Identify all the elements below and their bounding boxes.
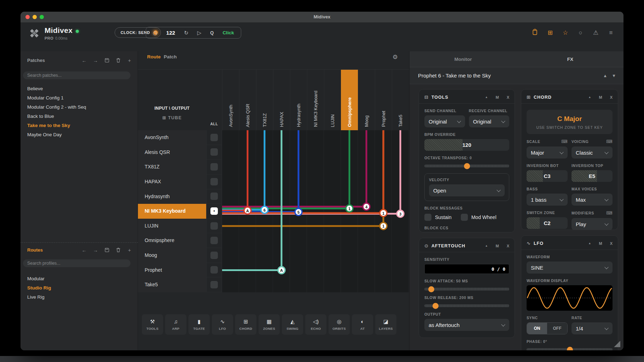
grid-view-icon[interactable]: ⊞ (547, 29, 553, 36)
back-arrow-icon[interactable]: ← (81, 247, 87, 253)
track-prev-icon[interactable]: ▲ (603, 73, 607, 78)
toolbar-button-arp[interactable]: ♫ARP (165, 314, 186, 335)
bass-select[interactable]: 1 bass (527, 194, 568, 206)
panel-close-button[interactable]: X (610, 95, 613, 99)
save-icon[interactable] (104, 58, 110, 63)
forward-arrow-icon[interactable]: → (93, 247, 98, 253)
panel-collapse-button[interactable]: ▲ (485, 244, 488, 247)
matrix-column-moog[interactable]: Moog (358, 70, 375, 131)
slider-thumb[interactable] (433, 303, 439, 309)
matrix-row-hapax[interactable]: HAPAX (138, 174, 206, 189)
slider-thumb[interactable] (567, 347, 573, 351)
matrix-row-omnipsphere[interactable]: Omnipsphere (138, 233, 206, 248)
sustain-checkbox[interactable] (424, 214, 431, 221)
octave-transpose-slider[interactable] (424, 165, 509, 167)
panel-mute-button[interactable]: M (495, 244, 499, 248)
gear-icon[interactable]: ⚙ (393, 53, 398, 61)
toolbar-button-swing[interactable]: ◭SWING (282, 314, 303, 335)
tempo-value[interactable]: 122 (166, 30, 175, 36)
slow-release-slider[interactable] (424, 304, 509, 307)
list-item-back-to-blue[interactable]: Back to Blue (21, 112, 138, 121)
switch-zone-input[interactable]: C2 (527, 217, 568, 229)
matrix-column-take5[interactable]: Take5 (392, 70, 409, 131)
track-next-icon[interactable]: ▼ (612, 73, 616, 78)
matrix-row-moog[interactable]: Moog (138, 248, 206, 263)
panel-close-button[interactable]: X (610, 241, 613, 246)
toolbar-button-tgate[interactable]: ▮TGATE (188, 314, 210, 335)
patches-search-input[interactable] (23, 71, 130, 79)
matrix-row-lujin[interactable]: LUJIN (138, 219, 206, 234)
matrix-row-tx81z[interactable]: TX81Z (138, 160, 206, 174)
panel-collapse-button[interactable]: ▲ (485, 96, 488, 99)
matrix-column-lujin[interactable]: LUJIN (324, 70, 341, 131)
receive-channel-select[interactable]: Original (469, 115, 510, 127)
panel-collapse-button[interactable]: ▲ (588, 96, 591, 99)
aftertouch-output-select[interactable]: as Aftertouch (424, 319, 509, 331)
toolbar-button-zones[interactable]: ▦ZONES (259, 314, 280, 335)
list-item-live-rig[interactable]: Live Rig (21, 293, 138, 302)
trash-icon[interactable] (115, 247, 121, 253)
slider-thumb[interactable] (428, 286, 434, 292)
all-checkbox-omnipsphere[interactable] (210, 237, 218, 244)
click-button[interactable]: Click (222, 30, 234, 35)
matrix-row-take5[interactable]: Take5 (138, 277, 206, 292)
voicing-select[interactable]: Classic (572, 146, 613, 159)
matrix-column-hydrasynth[interactable]: Hydrasynth (290, 70, 307, 131)
all-checkbox-avonsynth[interactable] (210, 134, 218, 141)
matrix-column-avonsynth[interactable]: AvonSynth (222, 70, 239, 131)
toolbar-button-at[interactable]: ◐AT (352, 314, 373, 335)
toolbar-button-lfo[interactable]: ∿LFO (212, 314, 233, 335)
panel-mute-button[interactable]: M (599, 241, 602, 246)
scale-select[interactable]: Major (527, 146, 568, 159)
panel-close-button[interactable]: X (507, 244, 509, 248)
matrix-column-omnipsphere[interactable]: Omnipsphere (341, 70, 358, 131)
panel-close-button[interactable]: X (507, 95, 509, 99)
toolbar-button-orbits[interactable]: ◎ORBITS (329, 314, 350, 335)
back-arrow-icon[interactable]: ← (81, 58, 87, 63)
resize-handle[interactable] (614, 341, 620, 347)
phase-slider[interactable] (527, 348, 613, 350)
all-checkbox-lujin[interactable] (210, 222, 218, 230)
velocity-select[interactable]: Open (429, 184, 505, 196)
toolbar-button-chord[interactable]: ⊞CHORD (235, 314, 256, 335)
modwheel-checkbox[interactable] (461, 214, 468, 221)
all-checkbox-prophet[interactable] (210, 266, 218, 274)
inversion-bot-input[interactable]: C3 (527, 170, 568, 182)
list-item-modular[interactable]: Modular (21, 274, 138, 283)
forward-arrow-icon[interactable]: → (93, 58, 98, 63)
modifiers-select[interactable]: Play (572, 218, 613, 230)
play-icon[interactable]: ▷ (197, 30, 202, 36)
toolbar-button-tools[interactable]: ⚒TOOLS (142, 314, 163, 335)
keyboard-icon[interactable]: ⌨ (606, 139, 613, 144)
list-item-modular-config-1[interactable]: Modular Config 1 (21, 93, 138, 103)
list-item-modular-config-2-with-seq[interactable]: Modular Config 2 - with Seq (21, 103, 138, 112)
list-item-maybe-one-day[interactable]: Maybe One Day (21, 130, 138, 139)
matrix-column-tx81z[interactable]: TX81Z (256, 70, 273, 131)
keyboard-icon[interactable]: ⌨ (606, 211, 613, 216)
panel-mute-button[interactable]: M (495, 95, 499, 99)
waveform-select[interactable]: SINE (527, 262, 613, 274)
tube-mode-label[interactable]: ⊞ TUBE (138, 115, 206, 120)
list-item-believe[interactable]: Believe (21, 84, 138, 93)
save-icon[interactable] (104, 247, 110, 253)
sync-on-button[interactable]: ON (527, 323, 547, 334)
all-checkbox-ni-mk3-keyboard[interactable]: • (210, 207, 218, 215)
list-item-studio-rig[interactable]: Studio Rig (21, 283, 138, 293)
keyboard-icon[interactable]: ⌨ (561, 139, 568, 144)
menu-icon[interactable]: ≡ (608, 29, 614, 36)
tab-patch[interactable]: Patch (164, 54, 177, 59)
slider-thumb[interactable] (464, 163, 470, 169)
tab-route[interactable]: Route (147, 54, 161, 59)
matrix-row-hydrasynth[interactable]: Hydrasynth (138, 189, 206, 204)
all-checkbox-moog[interactable] (210, 252, 218, 259)
all-checkbox-alesis-qsr[interactable] (210, 148, 218, 156)
all-checkbox-hapax[interactable] (210, 178, 218, 185)
inversion-top-input[interactable]: E5 (572, 170, 613, 182)
max-voices-select[interactable]: Max (572, 194, 613, 206)
clipboard-icon[interactable] (532, 29, 538, 37)
sync-icon[interactable]: ↻ (184, 30, 188, 36)
panel-collapse-button[interactable]: ▲ (588, 242, 591, 245)
all-checkbox-take5[interactable] (210, 281, 218, 288)
bpm-override-input[interactable]: 120 (424, 139, 509, 151)
favorites-star-icon[interactable]: ☆ (562, 29, 569, 36)
